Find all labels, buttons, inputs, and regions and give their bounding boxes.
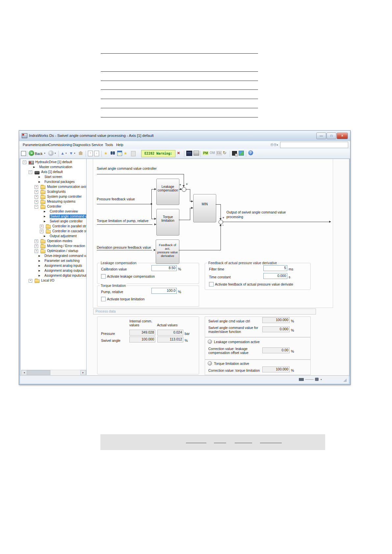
expand-icon[interactable]: + [35, 249, 38, 253]
back-dropdown-icon[interactable]: ▾ [44, 152, 45, 155]
favorites-icon[interactable]: ★ [104, 150, 108, 156]
tree-item-functional-packages[interactable]: ▶Functional packages [20, 180, 86, 185]
binoculars-star-icon[interactable] [111, 151, 115, 155]
expand-icon[interactable]: + [35, 190, 38, 194]
tree-item-assignment-analog-inputs[interactable]: ▶Assignment analog inputs [20, 264, 86, 268]
tree-item-controller-overview[interactable]: ▶Controller overview [20, 209, 86, 214]
menu-tools[interactable]: Tools [105, 143, 113, 147]
help-icon[interactable]: ? [248, 150, 253, 155]
search-input[interactable] [280, 142, 348, 148]
menu-parameterization[interactable]: Parameterization [23, 143, 49, 147]
calibration-unit: % [178, 267, 181, 271]
expand-icon[interactable]: + [29, 279, 32, 283]
search-dropdown-icon[interactable]: ▾ [277, 144, 278, 146]
tree-item-swivel-angle-controller[interactable]: ▶Swivel angle controller [20, 219, 86, 224]
down-dropdown-icon[interactable]: ▾ [74, 152, 75, 155]
process-data-header [93, 309, 316, 315]
start-page-icon[interactable] [21, 151, 26, 156]
plus-sign: + [179, 183, 181, 187]
expand-icon[interactable]: + [35, 200, 38, 204]
tree-item-measuring-systems[interactable]: +Measuring systems [20, 199, 86, 204]
navigate-up-icon[interactable]: ▲ [61, 150, 65, 156]
activate-leakage-checkbox[interactable] [101, 274, 106, 279]
target-connect-icon[interactable] [232, 151, 237, 156]
tree-item-parameter-set-switching[interactable]: ▶Parameter set switching [20, 259, 86, 264]
tree-item-start-screen[interactable]: ▶Start screen [20, 175, 86, 180]
tree-item-local-io[interactable]: +Local I/O [20, 278, 86, 283]
connection-status-icon[interactable] [315, 378, 319, 381]
tree-item-system-pump-controller[interactable]: +System pump controller [20, 194, 86, 199]
tree-item-drive-integrated[interactable]: ▶Drive-integrated command value [20, 254, 86, 259]
home-icon[interactable] [78, 151, 83, 155]
expand-icon[interactable]: + [35, 244, 38, 248]
tree-item-output-adjustment[interactable]: ▶Output adjustment [20, 234, 86, 239]
menu-service[interactable]: Service [91, 143, 103, 147]
calibration-value-field[interactable]: 8.50 [151, 265, 177, 271]
tree-item-operation-modes[interactable]: +Operation modes [20, 239, 86, 244]
navigate-down-icon[interactable]: ▼ [69, 150, 73, 156]
maximize-button[interactable]: □ [327, 133, 336, 139]
expand-icon[interactable]: + [35, 239, 38, 243]
forward-dropdown-icon[interactable]: ▾ [55, 152, 56, 155]
title-bar[interactable]: IndraWorks Ds - Swivel angle command val… [19, 131, 350, 141]
tree-item-controller-parallel[interactable]: +Controller in parallel structure [20, 224, 86, 229]
save-parameters-icon[interactable]: ↓ [94, 151, 99, 156]
scroll-thumb[interactable] [27, 370, 50, 375]
time-constant-unit: s [289, 275, 290, 279]
activate-torque-label: Activate torque limitation [107, 297, 144, 301]
tree-item-monitoring[interactable]: +Monitoring / Error reaction [20, 244, 86, 249]
collapse-icon[interactable]: − [29, 170, 32, 174]
tree-item-master-comm-axis[interactable]: +Master communication axis [20, 185, 86, 189]
reload-icon[interactable]: ↻ [223, 150, 226, 155]
menu-bar: Parameterization Commissioning Diagnosti… [19, 141, 350, 149]
network-windows-icon[interactable] [239, 151, 244, 156]
up-dropdown-icon[interactable]: ▾ [65, 152, 67, 155]
expand-icon[interactable]: + [35, 195, 38, 199]
status-dropdown-icon[interactable]: ▾ [321, 378, 322, 381]
diagnostic-warning-badge[interactable]: E2282 Warning: [141, 150, 175, 157]
resize-grip[interactable]: ◢ [343, 377, 347, 382]
tree-item-master-communication[interactable]: ▶Master communication [20, 165, 86, 170]
search-binoculars-icon[interactable]: ☉☉ [270, 143, 277, 147]
collapse-icon[interactable]: − [23, 161, 26, 164]
activate-feedback-checkbox[interactable] [209, 282, 214, 287]
back-button[interactable]: Back [35, 152, 42, 156]
forward-icon[interactable]: ► [48, 150, 54, 156]
scroll-left-icon[interactable]: ◄ [21, 370, 27, 375]
expand-icon[interactable]: + [40, 230, 43, 233]
minimize-button[interactable]: — [316, 133, 326, 139]
menu-help[interactable]: Help [116, 143, 123, 147]
collapse-icon[interactable]: − [35, 205, 38, 209]
filter-time-field[interactable]: 5 [263, 265, 287, 271]
tree-horizontal-scrollbar[interactable]: ◄ ► [21, 370, 86, 375]
tree-item-swivel-angle-command-value[interactable]: ▶Swivel angle command valu [20, 214, 86, 219]
pump-relative-field[interactable]: 100.0 [151, 288, 177, 294]
clear-error-icon[interactable]: × [177, 150, 180, 156]
print-preview-icon[interactable] [194, 151, 199, 156]
tree-item-axis[interactable]: −Axis [1] default [20, 170, 86, 175]
time-constant-field[interactable]: 0.000 [263, 273, 287, 279]
internal-values-header2: values [129, 323, 139, 327]
torque-active-led [208, 361, 212, 365]
close-button[interactable]: × [337, 133, 348, 139]
parameter-list-icon[interactable]: ★★ [117, 151, 122, 156]
scroll-right-icon[interactable]: ► [80, 370, 86, 375]
expand-icon[interactable]: + [40, 225, 43, 228]
tree-item-assignment-digital-io[interactable]: ▶Assignment digital inputs/output [20, 273, 86, 278]
expand-icon[interactable]: + [35, 185, 38, 189]
activate-torque-checkbox[interactable] [101, 297, 106, 301]
load-parameters-icon[interactable]: ↑ [88, 151, 93, 156]
menu-diagnostics[interactable]: Diagnostics [73, 143, 91, 147]
tree-item-controller-cascade[interactable]: +Controller in cascade structu [20, 229, 86, 234]
back-icon[interactable]: ◄ [29, 150, 34, 156]
tree-item-hydraulicdrive[interactable]: −HydraulicDrive [1] default [20, 160, 86, 165]
star-badge-icon[interactable]: ★ [124, 150, 127, 156]
menu-commissioning[interactable]: Commissioning [48, 143, 72, 147]
tree-item-optimization[interactable]: +Optimization / startup [20, 249, 86, 254]
tree-item-scaling-units[interactable]: +Scaling/units [20, 189, 86, 194]
tree-item-controller[interactable]: −Controller [20, 204, 86, 209]
keyboard-status-icon[interactable] [299, 378, 304, 381]
oscilloscope-icon[interactable] [186, 151, 192, 156]
tree-item-assignment-analog-outputs[interactable]: ▶Assignment analog outputs [20, 268, 86, 273]
pm-mode-badge[interactable]: PM [202, 151, 209, 155]
